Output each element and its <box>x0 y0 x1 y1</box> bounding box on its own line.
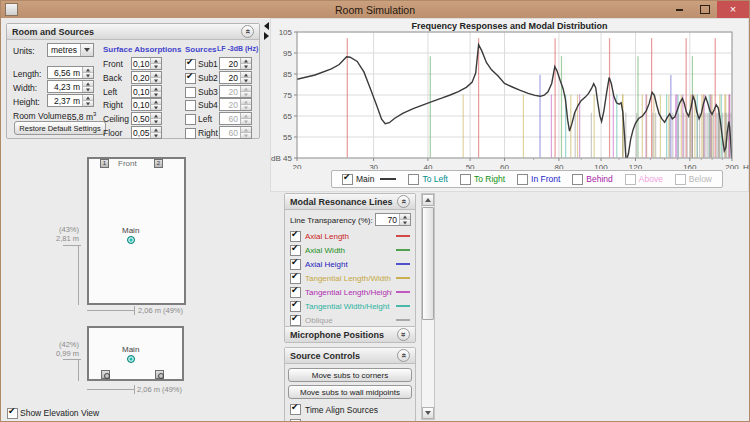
absorption-spinner[interactable]: 0,10 <box>131 98 162 111</box>
spinner-down-icon[interactable] <box>151 78 161 83</box>
elevation-main-marker[interactable] <box>127 355 135 363</box>
source-sub2-checkbox[interactable] <box>185 73 196 84</box>
lf-cutoff-spinner[interactable]: 60 <box>219 126 252 139</box>
modal-line-checkbox[interactable] <box>290 301 301 312</box>
spinner-down-icon[interactable] <box>400 220 410 225</box>
modal-line-label: Tangential Width/Height <box>305 302 392 311</box>
collapse-left-icon[interactable] <box>264 22 269 30</box>
spinner-down-icon[interactable] <box>241 105 251 110</box>
source-sub3-checkbox[interactable] <box>185 87 196 98</box>
lf-cutoff-spinner[interactable]: 20 <box>219 85 252 98</box>
sub1-elevation-icon[interactable] <box>101 370 110 379</box>
collapse-panel-icon[interactable]: « <box>241 25 254 38</box>
legend-checkbox[interactable] <box>625 174 636 185</box>
spinner-arrows <box>399 214 410 225</box>
spinner-down-icon[interactable] <box>83 87 93 92</box>
modal-line-checkbox[interactable] <box>290 273 301 284</box>
spinner-down-icon[interactable] <box>83 101 93 106</box>
modal-line-checkbox[interactable] <box>290 231 301 242</box>
chart-plot[interactable]: 1059585756555dB 452030405060801001201602… <box>271 29 750 169</box>
spinner-down-icon[interactable] <box>151 105 161 110</box>
modal-line-checkbox[interactable] <box>290 315 301 326</box>
legend-checkbox[interactable] <box>517 174 528 185</box>
legend-item: Behind <box>572 174 612 185</box>
lf-cutoff-spinner[interactable]: 20 <box>219 71 252 84</box>
splitpane-divider[interactable] <box>263 18 270 422</box>
show-elevation-checkbox[interactable] <box>7 408 18 419</box>
frequency-response-chart: Frequency Responses and Modal Distributi… <box>270 18 749 192</box>
spinner-down-icon[interactable] <box>83 73 93 78</box>
source-option-checkbox[interactable] <box>290 404 301 415</box>
source-right-checkbox[interactable] <box>185 128 196 139</box>
source-left-checkbox[interactable] <box>185 114 196 125</box>
absorption-spinner[interactable]: 0,10 <box>131 85 162 98</box>
spinner-down-icon[interactable] <box>241 78 251 83</box>
modal-line-checkbox[interactable] <box>290 287 301 298</box>
legend-checkbox[interactable] <box>572 174 583 185</box>
collapse-panel-icon[interactable]: « <box>397 195 410 208</box>
spinner-arrows <box>240 86 251 97</box>
modal-line-checkbox[interactable] <box>290 245 301 256</box>
room-and-sources-header: Room and Sources « <box>7 24 259 40</box>
spinner-down-icon[interactable] <box>151 133 161 138</box>
legend-item: In Front <box>517 174 560 185</box>
dimension-spinner[interactable]: 4,23 m <box>47 80 94 93</box>
sub2-elevation-icon[interactable] <box>155 370 164 379</box>
spinner-down-icon[interactable] <box>151 64 161 69</box>
source-sub4-checkbox[interactable] <box>185 100 196 111</box>
spinner-down-icon[interactable] <box>241 119 251 124</box>
legend-label: In Front <box>531 174 560 184</box>
elev-dim-vline <box>78 359 79 381</box>
spinner-down-icon[interactable] <box>241 133 251 138</box>
spinner-down-icon[interactable] <box>241 64 251 69</box>
maximize-button[interactable] <box>692 1 717 18</box>
main-speaker-label: Main <box>122 226 139 235</box>
units-label: Units: <box>13 46 35 56</box>
legend-checkbox[interactable] <box>675 174 686 185</box>
legend-checkbox[interactable] <box>460 174 471 185</box>
lf-cutoff-spinner[interactable]: 60 <box>219 112 252 125</box>
microphone-positions-panel: Microphone Positions « <box>284 326 416 343</box>
absorption-spinner[interactable]: 0,20 <box>131 71 162 84</box>
source-control-button[interactable]: Move subs to wall midpoints <box>288 385 412 399</box>
x-axis-label: 60 <box>500 163 509 169</box>
surface-absorptions-header: Surface Absorptions <box>103 45 181 54</box>
lf-cutoff-spinner[interactable]: 20 <box>219 98 252 111</box>
line-transparency-spinner[interactable]: 70 <box>375 213 411 226</box>
spinner-down-icon[interactable] <box>151 119 161 124</box>
legend-checkbox[interactable] <box>408 174 419 185</box>
legend-checkbox[interactable] <box>342 174 353 185</box>
units-combo[interactable]: metres <box>47 43 94 57</box>
expand-panel-icon[interactable]: « <box>397 328 410 341</box>
legend-label: Behind <box>586 174 612 184</box>
minimize-button[interactable] <box>667 1 692 18</box>
lf-cutoff-spinner[interactable]: 20 <box>219 57 252 70</box>
absorption-spinner[interactable]: 0,10 <box>131 57 162 70</box>
modal-line-label: Tangential Length/Width <box>305 274 392 283</box>
sub1-plan-icon[interactable]: 1 <box>100 159 109 168</box>
x-axis-label: 160 <box>683 163 697 169</box>
line-color-swatch <box>396 319 410 321</box>
panels-scrollbar[interactable] <box>421 193 435 420</box>
sub2-plan-icon[interactable]: 2 <box>154 159 163 168</box>
spinner-down-icon[interactable] <box>241 92 251 97</box>
scrollbar-thumb[interactable] <box>422 207 434 320</box>
modal-line-item: Tangential Length/Width <box>285 271 415 285</box>
source-control-button[interactable]: Move subs to corners <box>288 368 412 382</box>
scroll-up-icon[interactable] <box>422 194 434 206</box>
source-sub1-checkbox[interactable] <box>185 59 196 70</box>
scroll-down-icon[interactable] <box>422 407 434 419</box>
absorption-spinner[interactable]: 0,05 <box>131 126 162 139</box>
modal-line-checkbox[interactable] <box>290 259 301 270</box>
x-axis-label: 50 <box>466 163 475 169</box>
dimension-spinner[interactable]: 2,37 m <box>47 94 94 107</box>
collapse-panel-icon[interactable]: « <box>397 349 410 362</box>
spinner-down-icon[interactable] <box>151 92 161 97</box>
restore-defaults-button[interactable]: Restore Default Settings <box>14 121 106 135</box>
close-button[interactable]: × <box>717 1 749 18</box>
expand-right-icon[interactable] <box>264 32 269 40</box>
x-axis-label: 100 <box>594 163 608 169</box>
absorption-spinner[interactable]: 0,50 <box>131 112 162 125</box>
main-speaker-marker[interactable] <box>127 236 135 244</box>
dimension-spinner[interactable]: 6,56 m <box>47 66 94 79</box>
